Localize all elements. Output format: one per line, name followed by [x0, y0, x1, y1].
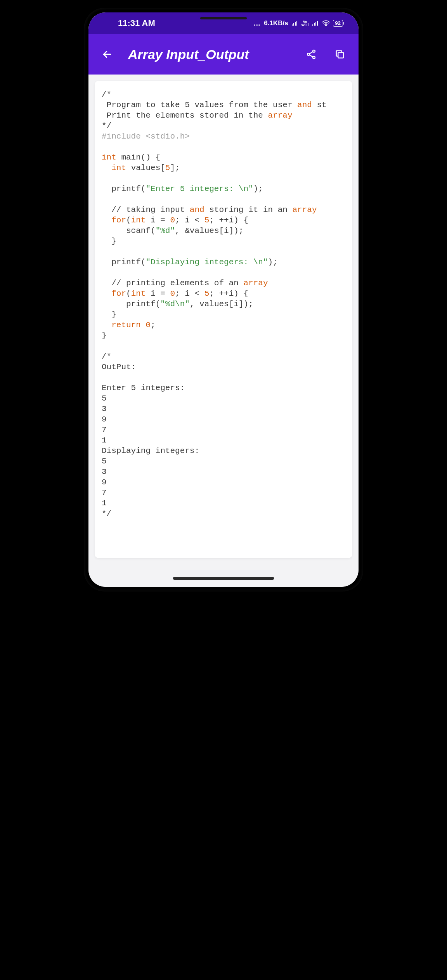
battery-icon: 92 — [333, 20, 343, 27]
svg-point-2 — [313, 56, 315, 59]
svg-point-0 — [313, 50, 315, 52]
volte-icon: VoWiFi — [301, 20, 309, 26]
code-card: /* Program to take 5 values from the use… — [95, 81, 352, 558]
status-net-speed: 6.1KB/s — [264, 19, 288, 27]
phone-speaker — [200, 17, 247, 19]
app-bar: Array Input_Output — [88, 34, 359, 75]
svg-point-1 — [307, 53, 310, 56]
svg-rect-3 — [338, 52, 343, 58]
content-area: /* Program to take 5 values from the use… — [88, 75, 359, 587]
page-title: Array Input_Output — [128, 47, 290, 62]
status-time: 11:31 AM — [118, 18, 155, 28]
status-bar: 11:31 AM … 6.1KB/s VoWiFi 92 — [88, 12, 359, 34]
wifi-icon — [322, 20, 330, 26]
signal-bars-icon — [291, 21, 298, 26]
status-more-icon: … — [253, 19, 261, 28]
screen: 11:31 AM … 6.1KB/s VoWiFi 92 — [88, 12, 359, 587]
share-button[interactable] — [303, 47, 319, 62]
signal-bars-2-icon — [312, 21, 319, 26]
code-block: /* Program to take 5 values from the use… — [102, 89, 345, 519]
status-right: … 6.1KB/s VoWiFi 92 — [253, 19, 343, 28]
back-button[interactable] — [99, 47, 115, 62]
phone-frame: 11:31 AM … 6.1KB/s VoWiFi 92 — [84, 8, 363, 591]
copy-button[interactable] — [332, 47, 348, 62]
nav-pill[interactable] — [173, 577, 274, 580]
